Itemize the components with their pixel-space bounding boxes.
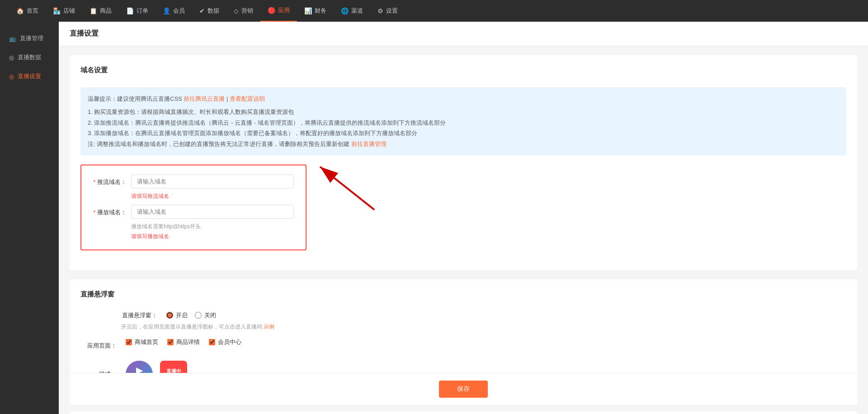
checkbox-mall-home[interactable]: 商城首页 bbox=[126, 338, 158, 346]
store-icon: 🏪 bbox=[53, 7, 61, 14]
alert-link-config[interactable]: 查看配置说明 bbox=[230, 95, 265, 102]
top-navigation: 🏠 首页 🏪 店铺 📋 商品 📄 订单 👤 会员 ✔ 数据 ◇ 营销 🔴 应用 … bbox=[0, 0, 868, 22]
play-domain-label: * 播放域名： bbox=[90, 205, 131, 216]
nav-channel[interactable]: 🌐 渠道 bbox=[334, 0, 370, 22]
sidebar-item-live-data[interactable]: ◎ 直播数据 bbox=[0, 48, 59, 67]
alert-link-live-manage[interactable]: 前往直播管理 bbox=[351, 141, 387, 147]
domain-form-wrapper: * 推流域名： 请填写推流域名 bbox=[80, 165, 307, 250]
apply-page-label: 应用页面： bbox=[80, 342, 121, 350]
play-domain-hint: 播放域名需要http或https开头 bbox=[131, 223, 201, 230]
push-domain-input[interactable] bbox=[131, 174, 294, 188]
nav-marketing[interactable]: ◇ 营销 bbox=[226, 0, 260, 22]
nav-app[interactable]: 🔴 应用 bbox=[260, 0, 297, 22]
float-hint-link[interactable]: 示例 bbox=[264, 324, 274, 330]
page-title: 直播设置 bbox=[59, 22, 868, 46]
domain-section: 域名设置 温馨提示：建议使用腾讯云直播CSS 前往腾讯云直播 | 查看配置说明 … bbox=[70, 55, 857, 270]
settings-icon: ⚙ bbox=[377, 7, 383, 14]
nav-order[interactable]: 📄 订单 bbox=[119, 0, 156, 22]
alert-line-3: 3. 添加播放域名：在腾讯云直播域名管理页面添加播放域名（需要已备案域名），将配… bbox=[88, 128, 839, 138]
marketing-icon: ◇ bbox=[234, 7, 239, 14]
apply-pages-row: 商城首页 商品详情 会员中心 bbox=[126, 338, 241, 346]
float-radio-row: 直播悬浮窗： 开启 关闭 bbox=[121, 311, 846, 320]
play-domain-input[interactable] bbox=[131, 205, 294, 219]
live-manage-icon: 📺 bbox=[9, 35, 16, 42]
order-icon: 📄 bbox=[126, 7, 134, 14]
red-arrow-annotation bbox=[311, 160, 383, 216]
channel-icon: 🌐 bbox=[341, 7, 349, 14]
push-domain-error: 请填写推流域名 bbox=[131, 193, 169, 199]
sidebar-item-live-manage[interactable]: 📺 直播管理 bbox=[0, 29, 59, 48]
alert-line-2: 2. 添加推流域名：腾讯云直播将提供推流域名（腾讯云 - 云直播 - 域名管理页… bbox=[88, 118, 839, 128]
alert-line-4: 注: 调整推流域名和播放域名时，已创建的直播预告将无法正常进行直播，请删除相关预… bbox=[88, 139, 839, 149]
float-hint: 开启后，在应用页面显示直播悬浮图标，可点击进入直播间 示例 bbox=[121, 323, 846, 331]
nav-data[interactable]: ✔ 数据 bbox=[192, 0, 226, 22]
nav-home[interactable]: 🏠 首页 bbox=[9, 0, 46, 22]
sidebar-item-live-settings[interactable]: ◎ 直播设置 bbox=[0, 67, 59, 86]
main-content: 直播设置 域名设置 温馨提示：建议使用腾讯云直播CSS 前往腾讯云直播 | 查看… bbox=[59, 22, 868, 414]
svg-line-1 bbox=[320, 167, 374, 210]
live-data-icon: ◎ bbox=[9, 54, 14, 61]
data-icon: ✔ bbox=[199, 7, 205, 14]
play-domain-input-wrap bbox=[131, 205, 294, 219]
float-section-title: 直播悬浮窗 bbox=[80, 290, 846, 304]
checkbox-member-center[interactable]: 会员中心 bbox=[209, 338, 241, 346]
member-icon: 👤 bbox=[163, 7, 170, 14]
push-domain-row: * 推流域名： bbox=[90, 174, 297, 188]
nav-product[interactable]: 📋 商品 bbox=[82, 0, 119, 22]
checkbox-product-detail[interactable]: 商品详情 bbox=[167, 338, 200, 346]
float-radio-off[interactable]: 关闭 bbox=[195, 311, 216, 320]
push-domain-label: * 推流域名： bbox=[90, 174, 131, 186]
alert-line-1: 1. 购买流量资源包：请根据商城直播频次、时长和观看人数购买直播流量资源包 bbox=[88, 107, 839, 117]
finance-icon: 📊 bbox=[304, 7, 312, 14]
save-button[interactable]: 保存 bbox=[439, 381, 488, 398]
live-settings-icon: ◎ bbox=[9, 73, 14, 80]
live-center-section: 直播中心设置 bbox=[70, 411, 857, 414]
home-icon: 🏠 bbox=[16, 7, 24, 14]
float-radio-label: 直播悬浮窗： bbox=[121, 311, 162, 320]
push-domain-input-wrap bbox=[131, 174, 294, 188]
nav-settings[interactable]: ⚙ 设置 bbox=[370, 0, 405, 22]
nav-finance[interactable]: 📊 财务 bbox=[297, 0, 334, 22]
product-icon: 📋 bbox=[90, 7, 97, 14]
alert-box: 温馨提示：建议使用腾讯云直播CSS 前往腾讯云直播 | 查看配置说明 1. 购买… bbox=[80, 87, 846, 155]
domain-section-title: 域名设置 bbox=[80, 66, 846, 80]
alert-link-tencent[interactable]: 前往腾讯云直播 bbox=[184, 95, 225, 102]
nav-store[interactable]: 🏪 店铺 bbox=[46, 0, 82, 22]
alert-title: 温馨提示：建议使用腾讯云直播CSS 前往腾讯云直播 | 查看配置说明 bbox=[88, 94, 839, 104]
play-domain-error: 请填写播放域名 bbox=[131, 233, 169, 240]
app-icon: 🔴 bbox=[268, 7, 275, 14]
sidebar: 📺 直播管理 ◎ 直播数据 ◎ 直播设置 bbox=[0, 22, 59, 414]
domain-area: * 推流域名： 请填写推流域名 bbox=[80, 165, 846, 250]
play-domain-row: * 播放域名： bbox=[90, 205, 297, 219]
float-radio-on[interactable]: 开启 bbox=[166, 311, 188, 320]
nav-member[interactable]: 👤 会员 bbox=[156, 0, 192, 22]
